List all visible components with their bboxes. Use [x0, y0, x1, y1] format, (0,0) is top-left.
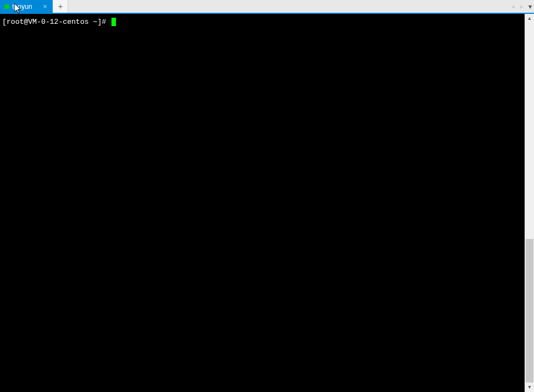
- tab-label: tenyun: [12, 3, 38, 11]
- tab-nav-right-button[interactable]: ▶: [517, 1, 526, 13]
- connection-status-icon: [4, 4, 9, 9]
- new-tab-button[interactable]: ＋: [53, 0, 68, 13]
- vertical-scrollbar[interactable]: ▲ ▼: [525, 14, 534, 392]
- tab-nav-left-button[interactable]: ◀: [508, 1, 517, 13]
- triangle-up-icon: ▲: [528, 16, 531, 22]
- scroll-track[interactable]: [525, 23, 534, 383]
- plus-icon: ＋: [57, 2, 64, 12]
- main-area: [root@VM-0-12-centos ~]# ▲ ▼: [0, 14, 534, 392]
- tab-bar: tenyun × ＋ ◀ ▶ ▾: [0, 0, 534, 14]
- shell-prompt: [root@VM-0-12-centos ~]#: [2, 18, 110, 26]
- tab-list-dropdown-button[interactable]: ▾: [526, 1, 534, 13]
- chevron-left-icon: ◀: [511, 3, 515, 10]
- scroll-up-button[interactable]: ▲: [525, 14, 534, 23]
- terminal-viewport[interactable]: [root@VM-0-12-centos ~]#: [0, 14, 525, 392]
- chevron-down-icon: ▾: [527, 1, 533, 12]
- tab-navigation: ◀ ▶ ▾: [508, 0, 534, 13]
- close-tab-button[interactable]: ×: [42, 3, 48, 10]
- chevron-right-icon: ▶: [520, 3, 523, 10]
- scroll-thumb[interactable]: [526, 239, 533, 383]
- app-window: tenyun × ＋ ◀ ▶ ▾ [root@VM-0-12-centos ~]…: [0, 0, 534, 392]
- triangle-down-icon: ▼: [528, 385, 531, 390]
- terminal-cursor: [111, 18, 116, 26]
- scroll-down-button[interactable]: ▼: [525, 383, 534, 392]
- session-tab-tenyun[interactable]: tenyun ×: [0, 0, 53, 13]
